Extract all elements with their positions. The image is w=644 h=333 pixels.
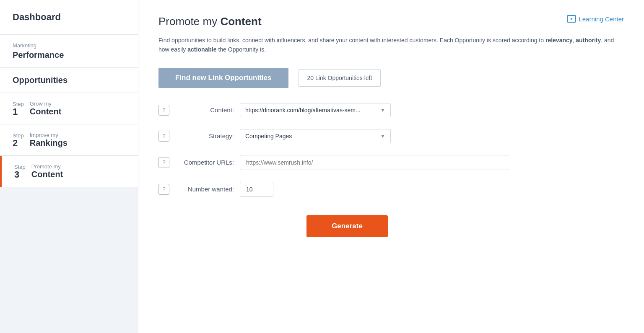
opportunities-left-badge: 20 Link Opportunities left [299, 69, 381, 87]
video-icon [567, 15, 576, 23]
sidebar-performance-label: Performance [13, 50, 125, 60]
page-description: Find opportunities to build links, conne… [158, 36, 624, 54]
number-wanted-input[interactable] [240, 182, 273, 197]
number-wanted-label: Number wanted: [175, 186, 234, 193]
chevron-down-icon: ▼ [380, 133, 385, 139]
sidebar-opportunities-label: Opportunities [13, 75, 125, 85]
strategy-help-icon[interactable]: ? [158, 131, 169, 142]
page-header: Promote my Content Learning Center [158, 15, 624, 28]
competitor-help-icon[interactable]: ? [158, 157, 169, 168]
step1-mainlabel: Content [30, 107, 62, 116]
step2-number: 2 [13, 139, 18, 148]
number-wanted-row: ? Number wanted: [158, 182, 536, 197]
competitor-urls-input[interactable] [240, 155, 508, 170]
form-section: ? Content: https://dinorank.com/blog/alt… [158, 103, 536, 237]
step1-number: 1 [13, 107, 18, 116]
strategy-select[interactable]: Competing Pages ▼ [240, 129, 391, 143]
step3-sublabel: Promote my [31, 163, 63, 170]
find-link-bar: Find new Link Opportunities 20 Link Oppo… [158, 68, 624, 88]
chevron-down-icon: ▼ [380, 107, 385, 113]
learning-center-link[interactable]: Learning Center [567, 15, 624, 23]
sidebar-item-marketing-performance[interactable]: Marketing Performance [0, 35, 138, 68]
page-title: Promote my Content [158, 15, 262, 28]
content-label: Content: [175, 106, 234, 114]
content-row: ? Content: https://dinorank.com/blog/alt… [158, 103, 536, 117]
sidebar-step-1[interactable]: Step 1 Grow my Content [0, 93, 138, 124]
sidebar: Dashboard Marketing Performance Opportun… [0, 0, 138, 333]
competitor-urls-label: Competitor URLs: [175, 159, 234, 166]
generate-button[interactable]: Generate [306, 215, 388, 237]
step3-mainlabel: Content [31, 170, 63, 179]
content-select[interactable]: https://dinorank.com/blog/alternativas-s… [240, 103, 391, 117]
sidebar-marketing-label: Marketing [13, 42, 125, 49]
sidebar-step-2[interactable]: Step 2 Improve my Rankings [0, 124, 138, 156]
sidebar-dashboard[interactable]: Dashboard [0, 0, 138, 35]
sidebar-item-opportunities[interactable]: Opportunities [0, 68, 138, 93]
content-help-icon[interactable]: ? [158, 105, 169, 116]
step2-sublabel: Improve my [30, 132, 68, 138]
number-help-icon[interactable]: ? [158, 184, 169, 195]
main-content: Promote my Content Learning Center Find … [138, 0, 644, 333]
strategy-row: ? Strategy: Competing Pages ▼ [158, 129, 536, 143]
sidebar-step-3[interactable]: Step 3 Promote my Content [0, 156, 138, 187]
step3-number: 3 [14, 170, 19, 179]
competitor-urls-row: ? Competitor URLs: [158, 155, 536, 170]
step2-mainlabel: Rankings [30, 138, 68, 148]
generate-row: Generate [158, 209, 536, 237]
strategy-label: Strategy: [175, 132, 234, 139]
find-link-button[interactable]: Find new Link Opportunities [158, 68, 288, 88]
step1-sublabel: Grow my [30, 101, 62, 107]
